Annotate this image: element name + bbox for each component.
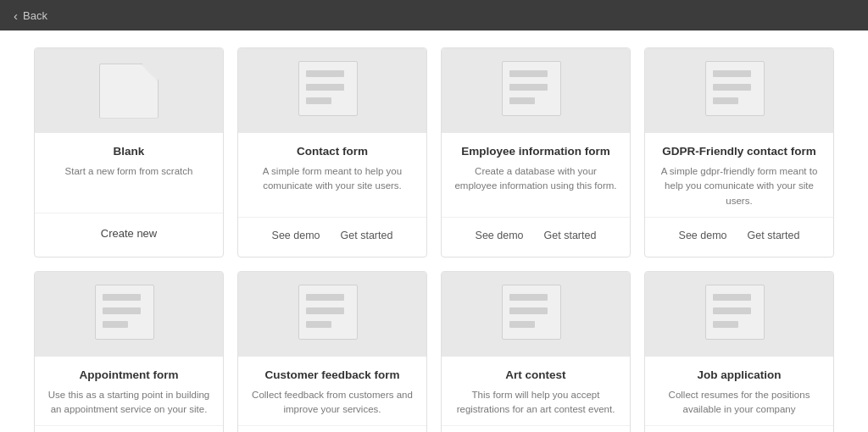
card-body-gdpr-contact: GDPR-Friendly contact formA simple gdpr-… xyxy=(645,133,833,217)
form-preview-icon xyxy=(502,61,570,120)
card-description: A simple gdpr-friendly form meant to hel… xyxy=(657,164,821,208)
card-thumbnail-job-application xyxy=(645,272,833,357)
form-preview-inner xyxy=(298,61,358,116)
get-started-button[interactable]: Get started xyxy=(334,226,400,245)
card-description: Collect resumes for the positions availa… xyxy=(657,388,821,418)
card-title: Blank xyxy=(114,145,145,158)
form-line-icon xyxy=(306,97,331,104)
card-body-job-application: Job applicationCollect resumes for the p… xyxy=(645,357,833,426)
card-actions-customer-feedback: See demoGet started xyxy=(238,425,426,432)
card-body-art-contest: Art contestThis form will help you accep… xyxy=(442,357,630,426)
back-arrow-icon: ‹ xyxy=(14,8,18,23)
card-actions-art-contest: See demoGet started xyxy=(442,425,630,432)
form-preview-icon xyxy=(705,285,773,344)
create-new-button[interactable]: Create new xyxy=(91,222,167,245)
card-art-contest: Art contestThis form will help you accep… xyxy=(441,271,631,432)
card-body-contact-form: Contact formA simple form meant to help … xyxy=(238,133,426,217)
card-actions-gdpr-contact: See demoGet started xyxy=(645,217,833,257)
card-body-blank: BlankStart a new form from scratch xyxy=(35,133,223,213)
card-description: This form will help you accept registrat… xyxy=(453,388,618,418)
card-contact-form: Contact formA simple form meant to help … xyxy=(237,47,427,258)
form-line-icon xyxy=(713,97,738,104)
see-demo-button[interactable]: See demo xyxy=(469,226,531,245)
card-description: Collect feedback from customers and impr… xyxy=(250,388,415,418)
form-preview-inner xyxy=(502,61,561,116)
form-line-icon xyxy=(509,321,535,328)
form-line-icon xyxy=(509,97,535,104)
form-preview-icon xyxy=(298,61,366,120)
form-preview-inner xyxy=(705,285,765,340)
form-preview-inner xyxy=(298,285,358,340)
card-body-employee-info: Employee information formCreate a databa… xyxy=(442,133,630,217)
card-title: Job application xyxy=(697,368,781,381)
card-title: Customer feedback form xyxy=(264,368,399,381)
back-label: Back xyxy=(23,9,47,22)
card-title: Contact form xyxy=(297,145,368,158)
get-started-button[interactable]: Get started xyxy=(741,226,807,245)
form-line-icon xyxy=(103,321,128,328)
card-actions-job-application: See demoGet started xyxy=(645,425,833,432)
card-thumbnail-customer-feedback xyxy=(238,272,426,357)
card-description: A simple form meant to help you comunica… xyxy=(250,164,415,208)
form-preview-inner xyxy=(95,285,154,340)
card-thumbnail-art-contest xyxy=(442,272,630,357)
back-button[interactable]: ‹ Back xyxy=(14,8,47,23)
card-blank: BlankStart a new form from scratchCreate… xyxy=(34,47,224,258)
card-body-appointment: Appointment formUse this as a starting p… xyxy=(35,357,223,426)
cards-grid: BlankStart a new form from scratchCreate… xyxy=(34,47,834,432)
card-description: Use this as a starting point in building… xyxy=(47,388,211,418)
card-actions-employee-info: See demoGet started xyxy=(442,217,630,257)
see-demo-button[interactable]: See demo xyxy=(672,226,734,245)
card-job-application: Job applicationCollect resumes for the p… xyxy=(644,271,834,432)
form-line-icon xyxy=(306,321,331,328)
form-preview-inner xyxy=(502,285,561,340)
form-preview-icon xyxy=(298,285,366,344)
card-thumbnail-gdpr-contact xyxy=(645,48,833,133)
card-title: GDPR-Friendly contact form xyxy=(662,145,816,158)
top-bar: ‹ Back xyxy=(0,0,868,30)
card-appointment: Appointment formUse this as a starting p… xyxy=(34,271,224,432)
card-thumbnail-employee-info xyxy=(442,48,630,133)
see-demo-button[interactable]: See demo xyxy=(265,226,327,245)
form-preview-inner xyxy=(705,61,765,116)
card-customer-feedback: Customer feedback formCollect feedback f… xyxy=(237,271,427,432)
card-thumbnail-blank xyxy=(35,48,223,133)
card-actions-contact-form: See demoGet started xyxy=(238,217,426,257)
card-actions-blank: Create new xyxy=(35,213,223,257)
form-line-icon xyxy=(713,321,738,328)
form-preview-icon xyxy=(705,61,773,120)
form-preview-icon xyxy=(502,285,570,344)
get-started-button[interactable]: Get started xyxy=(537,226,604,245)
card-body-customer-feedback: Customer feedback formCollect feedback f… xyxy=(238,357,426,426)
card-thumbnail-contact-form xyxy=(238,48,426,133)
form-preview-icon xyxy=(95,285,163,344)
main-content: BlankStart a new form from scratchCreate… xyxy=(0,30,868,432)
card-actions-appointment: See demoGet started xyxy=(35,425,223,432)
card-gdpr-contact: GDPR-Friendly contact formA simple gdpr-… xyxy=(644,47,834,258)
card-description: Create a database with your employee inf… xyxy=(453,164,618,208)
card-description: Start a new form from scratch xyxy=(65,164,193,204)
card-title: Art contest xyxy=(505,368,565,381)
card-title: Employee information form xyxy=(461,145,610,158)
blank-preview-icon xyxy=(99,64,159,119)
card-title: Appointment form xyxy=(80,368,179,381)
card-thumbnail-appointment xyxy=(35,272,223,357)
card-employee-info: Employee information formCreate a databa… xyxy=(441,47,631,258)
